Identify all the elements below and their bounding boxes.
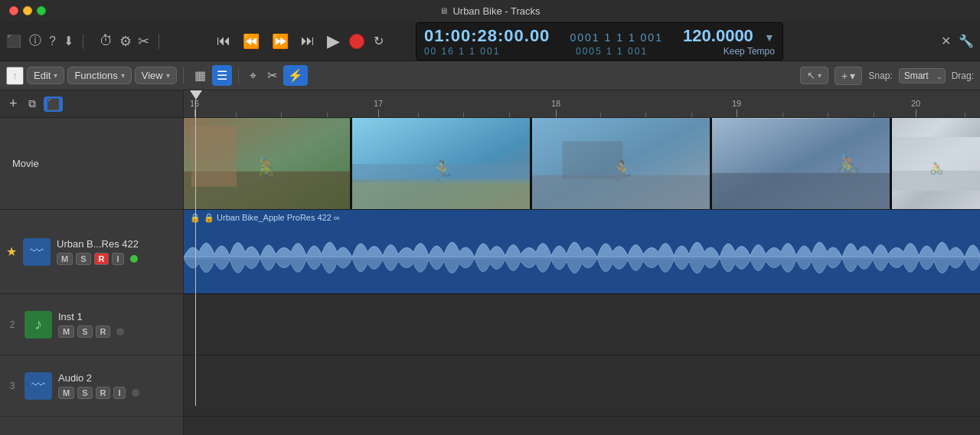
- svg-text:🏃: 🏃: [430, 159, 456, 182]
- svg-text:🚴: 🚴: [929, 160, 944, 175]
- inst1-track-info: Inst 1 M S R: [58, 311, 177, 338]
- navigate-up-button[interactable]: ↑: [6, 67, 24, 85]
- track-header-icon1[interactable]: ⧉: [25, 96, 39, 112]
- edit-dropdown[interactable]: Edit ▾: [27, 67, 64, 84]
- smart-tool-button[interactable]: ⚡: [283, 65, 308, 86]
- timeline-ruler[interactable]: 16 17 18 19 20 document.addEventListe: [184, 90, 980, 118]
- ruler-minor-tick: [509, 113, 510, 117]
- solo-button-audio2[interactable]: S: [77, 387, 92, 399]
- mute-button-inst1[interactable]: M: [58, 325, 74, 338]
- inst1-track-item: 2 ♪ Inst 1 M S R: [0, 294, 183, 355]
- title-bar: 🖥 Urban Bike - Tracks: [0, 0, 980, 21]
- scissors-tool-button[interactable]: ✂: [263, 65, 282, 86]
- ruler-tick-19: [737, 110, 737, 117]
- main-audio-track-row[interactable]: 🔒 🔒 Urban Bike_Apple ProRes 422 ∞: [184, 210, 980, 294]
- go-to-end-button[interactable]: ⏭: [298, 31, 318, 51]
- inst1-track-thumb: ♪: [24, 311, 52, 339]
- snap-wrapper: Smart Bar Beat Off: [899, 68, 946, 83]
- ruler-minor-tick: [600, 113, 601, 117]
- ruler-marker-19: 19: [732, 99, 741, 117]
- ruler-marker-20: 20: [911, 99, 920, 117]
- video-clip-1-inner: 🚴: [184, 118, 350, 209]
- main-area: + ⧉ ⬛ Movie ★ 〰 Urban B...Res 422 M S R …: [0, 90, 980, 435]
- video-clip-1[interactable]: 🚴: [184, 118, 352, 209]
- playback-controls: ⏮ ⏪ ⏩ ⏭ ▶ ↻: [214, 30, 387, 53]
- video-clip-2[interactable]: 🏃: [352, 118, 532, 209]
- mute-button-audio[interactable]: M: [57, 253, 73, 265]
- rec-button-audio2[interactable]: R: [96, 387, 111, 399]
- ruler-minor-tick: [965, 113, 965, 117]
- main-audio-track-item: ★ 〰 Urban B...Res 422 M S R I: [0, 210, 183, 294]
- video-track-row[interactable]: 🚴: [184, 118, 980, 210]
- maximize-button[interactable]: [37, 6, 46, 15]
- lcd-tempo: 120.0000: [683, 26, 753, 46]
- video-clip-5[interactable]: 🚴: [892, 118, 980, 209]
- movie-track-header: Movie: [0, 118, 183, 210]
- ruler-minor-tick: [327, 113, 328, 117]
- download-icon[interactable]: ⬇: [64, 34, 74, 48]
- cursor-tool-button[interactable]: ↖ ▾: [800, 67, 828, 84]
- metronome-icon[interactable]: ⏱: [100, 33, 113, 49]
- info-icon[interactable]: ⓘ: [29, 33, 41, 49]
- close-button[interactable]: [9, 6, 18, 15]
- wrench-icon[interactable]: 🔧: [959, 34, 974, 48]
- rec-button-audio[interactable]: R: [94, 253, 109, 265]
- video-clip-4-inner: 🚴: [712, 118, 890, 209]
- add-tool-button[interactable]: + ▾: [835, 67, 862, 85]
- fast-forward-button[interactable]: ⏩: [269, 31, 292, 51]
- ruler-minor-tick: [691, 113, 692, 117]
- functions-dropdown[interactable]: Functions ▾: [67, 67, 131, 84]
- play-button[interactable]: ▶: [324, 30, 343, 53]
- library-icon[interactable]: ⬛: [6, 34, 21, 48]
- inst1-track-row[interactable]: [184, 294, 980, 355]
- go-to-start-button[interactable]: ⏮: [214, 31, 234, 51]
- video-clips: 🚴: [184, 118, 980, 209]
- solo-button-audio[interactable]: S: [76, 253, 90, 265]
- toolbar: ↑ Edit ▾ Functions ▾ View ▾ ▦ ☰ ⌖ ✂ ⚡ ↖ …: [0, 61, 980, 90]
- video-clip-4[interactable]: 🚴: [712, 118, 892, 209]
- audio-track-name: Urban B...Res 422: [57, 238, 177, 250]
- add-track-button[interactable]: +: [6, 96, 21, 112]
- playhead[interactable]: [190, 90, 202, 118]
- cycle-button[interactable]: ↻: [371, 32, 387, 50]
- mixer-icon[interactable]: ⚙: [119, 33, 132, 50]
- timeline-content: 🚴: [184, 118, 980, 435]
- svg-rect-13: [712, 172, 890, 208]
- view-dropdown[interactable]: View ▾: [135, 67, 177, 84]
- ruler-minor-tick: [645, 113, 646, 117]
- close-icon[interactable]: ✕: [941, 34, 951, 48]
- track-header-icon2[interactable]: ⬛: [44, 96, 63, 112]
- waveform-svg: // Generate waveform in script: [184, 225, 980, 290]
- solo-button-inst1[interactable]: S: [77, 325, 92, 338]
- window-icon: 🖥: [439, 6, 448, 15]
- input-button-audio[interactable]: I: [112, 253, 123, 265]
- input-button-audio2[interactable]: I: [113, 387, 125, 399]
- edit-dropdown-arrow: ▾: [54, 71, 57, 80]
- lcd-chevron-icon[interactable]: ▼: [764, 31, 775, 44]
- audio-track-info: Urban B...Res 422 M S R I: [57, 238, 177, 265]
- magnet-tool-button[interactable]: ⌖: [245, 66, 261, 86]
- rec-button-inst1[interactable]: R: [96, 325, 111, 338]
- ruler-minor-tick: [463, 113, 464, 117]
- grid-view-button[interactable]: ▦: [190, 65, 211, 86]
- record-button[interactable]: [349, 34, 364, 49]
- functions-dropdown-arrow: ▾: [121, 71, 125, 80]
- mute-button-audio2[interactable]: M: [58, 387, 74, 399]
- traffic-lights: [9, 6, 46, 15]
- toolbar-sep-2: [238, 67, 239, 84]
- list-view-button[interactable]: ☰: [212, 65, 232, 86]
- track-star-icon[interactable]: ★: [6, 244, 17, 259]
- ruler-label-20: 20: [911, 99, 920, 108]
- ruler-tick-18: [556, 110, 557, 117]
- snap-select[interactable]: Smart Bar Beat Off: [899, 68, 946, 83]
- rewind-button[interactable]: ⏪: [240, 31, 263, 51]
- help-icon[interactable]: ?: [49, 34, 56, 48]
- movie-label: Movie: [6, 153, 177, 174]
- minimize-button[interactable]: [23, 6, 32, 15]
- audio2-track-num: 3: [6, 381, 18, 391]
- audio2-track-row[interactable]: [184, 355, 980, 417]
- lcd-time: 01:00:28:00.00: [424, 26, 550, 46]
- scissor-icon[interactable]: ✂: [138, 33, 149, 50]
- video-clip-3[interactable]: 🏃: [532, 118, 712, 209]
- ruler-minor-tick: [418, 113, 419, 117]
